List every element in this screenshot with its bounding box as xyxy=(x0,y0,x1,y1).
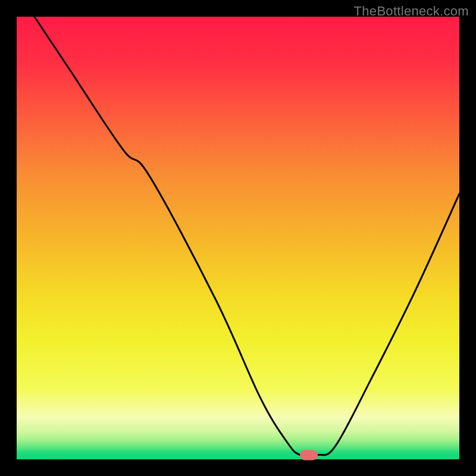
plot-frame xyxy=(17,17,459,459)
bottleneck-curve xyxy=(17,17,459,459)
watermark-text: TheBottleneck.com xyxy=(354,4,469,19)
optimum-marker xyxy=(300,450,318,460)
